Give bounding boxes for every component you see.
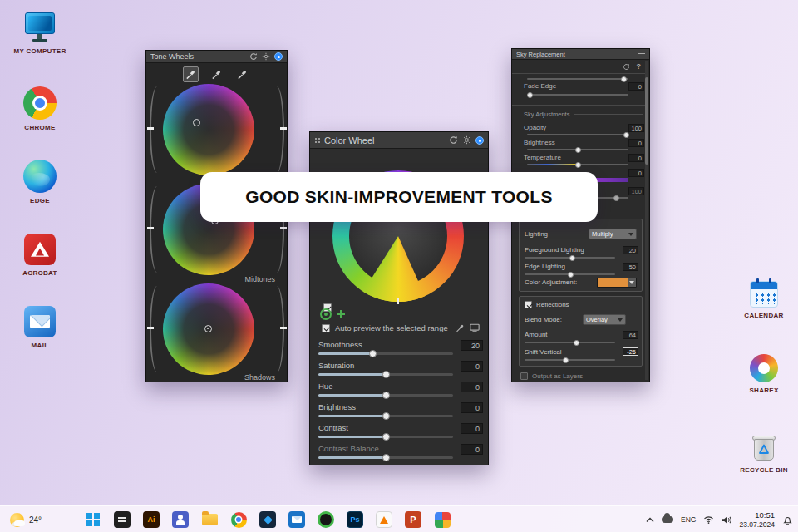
taskbar-app-outlook[interactable] <box>287 510 307 530</box>
wifi-icon[interactable] <box>703 515 714 524</box>
clock[interactable]: 10:51 23.07.2024 <box>739 510 775 529</box>
panel-enable-toggle[interactable] <box>475 136 484 145</box>
tone-arc-right[interactable] <box>269 286 284 372</box>
amount-value[interactable]: 64 <box>623 331 638 339</box>
weather-widget[interactable]: 24° <box>5 506 47 532</box>
lighting-blend-dropdown[interactable]: Multiply <box>589 229 637 239</box>
scrollbar[interactable] <box>645 61 648 380</box>
taskbar-app-dark[interactable] <box>112 510 132 530</box>
panel-menu-icon[interactable] <box>638 52 645 57</box>
slider-knob[interactable] <box>382 433 390 441</box>
blend-mode-dropdown[interactable]: Overlay <box>583 314 626 325</box>
tone-arc-right[interactable] <box>269 86 284 173</box>
slider-value[interactable]: 0 <box>461 402 483 413</box>
gear-icon[interactable] <box>462 135 471 145</box>
preview-display-icon[interactable] <box>470 323 480 332</box>
taskbar-app-on1[interactable] <box>316 510 336 530</box>
slider-value[interactable]: 0 <box>461 382 483 392</box>
slider-value[interactable]: 0 <box>461 361 483 372</box>
drag-handle-icon[interactable] <box>314 137 320 143</box>
slider-knob[interactable] <box>623 132 629 138</box>
slider-knob[interactable] <box>568 272 574 278</box>
desktop-icon-mail[interactable]: MAIL <box>7 306 72 349</box>
edge-lighting-slider[interactable] <box>525 273 615 275</box>
panel-enable-toggle[interactable] <box>274 52 283 61</box>
taskbar-app-illustrator[interactable]: Ai <box>141 510 161 530</box>
hue-value[interactable]: 0 <box>628 169 644 177</box>
desktop-icon-edge[interactable]: EDGE <box>7 160 72 204</box>
output-as-layers-checkbox[interactable] <box>520 372 528 380</box>
taskbar-app-file-explorer[interactable] <box>200 510 219 530</box>
taskbar-app-photos[interactable] <box>432 510 452 530</box>
slider-track[interactable] <box>318 456 453 459</box>
shift-vertical-slider[interactable] <box>525 359 615 361</box>
refresh-icon[interactable] <box>249 52 258 61</box>
foreground-lighting-value[interactable]: 20 <box>623 246 638 254</box>
eyedropper-highlights-icon[interactable] <box>234 66 250 82</box>
desktop-icon-recycle-bin[interactable]: RECYCLE BIN <box>732 434 796 474</box>
taskbar-app-powerpoint[interactable]: P <box>403 510 423 530</box>
slider-knob[interactable] <box>369 350 377 357</box>
taskbar-app-photoshop[interactable]: Ps <box>345 510 365 530</box>
tone-wheel-indicator[interactable] <box>193 119 200 126</box>
refresh-icon[interactable] <box>623 63 630 71</box>
fade-edge-value[interactable]: 0 <box>628 82 644 91</box>
slider-knob[interactable] <box>569 255 575 261</box>
desktop-icon-calendar[interactable]: CALENDAR <box>732 281 796 319</box>
slider-knob[interactable] <box>382 392 390 399</box>
slider-knob[interactable] <box>613 195 619 201</box>
wheel-notch[interactable] <box>397 298 399 304</box>
slider-knob[interactable] <box>574 340 579 346</box>
reflections-checkbox[interactable] <box>525 301 532 308</box>
slider-knob[interactable] <box>382 412 390 420</box>
desktop-icon-chrome[interactable]: CHROME <box>7 86 72 131</box>
tone-wheel-shadows[interactable] <box>163 283 254 375</box>
eyedropper-midtones-icon[interactable] <box>209 66 224 82</box>
slider-track[interactable] <box>527 78 628 80</box>
notification-bell-icon[interactable] <box>782 515 793 525</box>
slider-knob[interactable] <box>382 454 390 461</box>
opacity-slider[interactable] <box>527 134 628 135</box>
cloud-icon[interactable] <box>662 516 673 523</box>
edge-lighting-value[interactable]: 50 <box>623 263 638 271</box>
gear-icon[interactable] <box>262 52 270 61</box>
color-target-icon[interactable] <box>320 308 332 320</box>
temperature-value[interactable]: 0 <box>628 154 644 162</box>
slider-knob[interactable] <box>527 92 533 98</box>
scrollbar-thumb[interactable] <box>645 77 648 165</box>
taskbar-app-code[interactable] <box>258 510 278 530</box>
slider-track[interactable] <box>318 352 453 355</box>
desktop-icon-my-computer[interactable]: MY COMPUTER <box>7 12 72 55</box>
brightness-slider[interactable] <box>527 149 628 150</box>
shift-vertical-value[interactable]: -26 <box>623 347 638 356</box>
slider-knob[interactable] <box>575 147 581 153</box>
slider-knob[interactable] <box>621 76 627 82</box>
desktop-icon-sharex[interactable]: SHAREX <box>732 354 796 394</box>
slider-value[interactable]: 0 <box>461 423 483 434</box>
slider-track[interactable] <box>318 394 453 397</box>
taskbar-app-vlc[interactable] <box>374 510 394 530</box>
color-wheel-titlebar[interactable]: Color Wheel <box>310 132 488 149</box>
sky-titlebar[interactable]: Sky Replacement <box>512 49 649 60</box>
auto-preview-checkbox[interactable] <box>322 324 330 332</box>
tone-wheel-highlights[interactable] <box>163 84 254 175</box>
fade-edge-slider[interactable] <box>527 94 628 96</box>
tone-wheels-titlebar[interactable]: Tone Wheels <box>146 51 287 63</box>
chevron-up-icon[interactable] <box>646 517 654 523</box>
eyedropper-icon[interactable] <box>456 323 465 332</box>
desktop-icon-acrobat[interactable]: ACROBAT <box>7 234 72 277</box>
extra-slider-value[interactable]: 100 <box>628 187 644 195</box>
slider-value[interactable]: 20 <box>461 340 483 351</box>
brightness-value[interactable]: 0 <box>628 139 644 147</box>
slider-knob[interactable] <box>382 371 390 378</box>
slider-track[interactable] <box>318 415 453 417</box>
taskbar-app-teams[interactable] <box>170 510 190 530</box>
amount-slider[interactable] <box>525 342 615 343</box>
opacity-value[interactable]: 100 <box>628 124 644 132</box>
temperature-slider[interactable] <box>527 164 628 165</box>
taskbar-app-chrome[interactable] <box>229 510 249 530</box>
foreground-lighting-slider[interactable] <box>525 257 615 259</box>
slider-value[interactable]: 0 <box>461 444 483 455</box>
slider-track[interactable] <box>318 436 453 438</box>
refresh-icon[interactable] <box>449 135 458 145</box>
